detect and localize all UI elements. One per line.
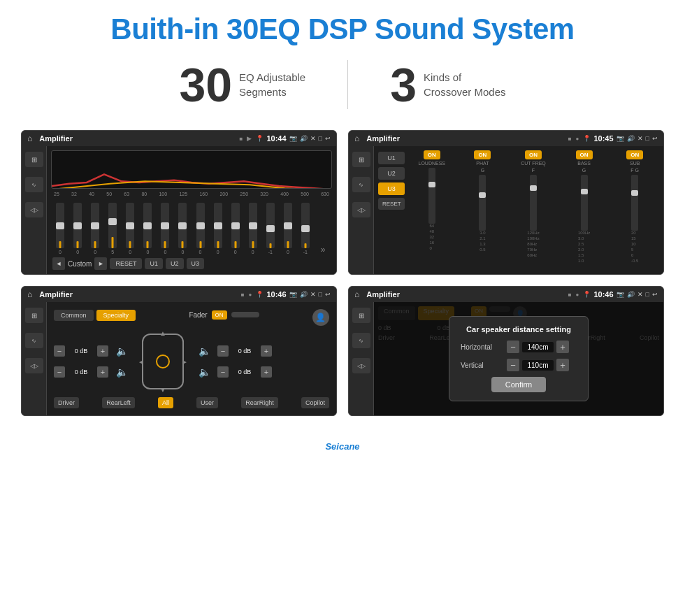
eq-u3-btn[interactable]: U3 — [187, 258, 205, 269]
rl-plus[interactable]: + — [97, 366, 108, 378]
rl-minus[interactable]: − — [54, 366, 65, 378]
phat-slider[interactable]: 3.02.11.30.5 — [459, 175, 507, 270]
cutfreq-toggle[interactable]: ON — [525, 150, 542, 159]
slider-100[interactable]: 0 — [157, 203, 173, 255]
stat-eq-desc: EQ AdjustableSegments — [239, 70, 305, 99]
tab-specialty[interactable]: Specialty — [96, 310, 136, 321]
eq-filter-btn[interactable]: ⊞ — [25, 152, 43, 167]
preset-u2[interactable]: U2 — [378, 167, 405, 180]
close-icon-3[interactable]: ✕ — [310, 291, 316, 298]
eq-next-btn[interactable]: ► — [94, 257, 107, 270]
spec-filter-btn[interactable]: ⊞ — [25, 308, 43, 323]
sub-toggle[interactable]: ON — [626, 150, 643, 159]
cross-filter-btn[interactable]: ⊞ — [352, 152, 370, 167]
slider-160[interactable]: 0 — [193, 203, 208, 255]
home-icon-3[interactable]: ⌂ — [27, 289, 32, 299]
slider-80[interactable]: 0 — [140, 203, 155, 255]
slider-63[interactable]: 0 — [122, 203, 138, 255]
home-icon-4[interactable]: ⌂ — [354, 289, 359, 299]
back-icon-3[interactable]: ↩ — [325, 291, 331, 298]
bass-slider[interactable]: 100Hz3.02.52.01.51.0 — [560, 175, 609, 270]
slider-200[interactable]: 0 — [210, 203, 226, 255]
fl-plus[interactable]: + — [97, 345, 108, 357]
rr-plus[interactable]: + — [261, 366, 272, 378]
dlg-vol-btn[interactable]: ◁▷ — [352, 358, 370, 373]
cross-vol-btn[interactable]: ◁▷ — [352, 202, 370, 217]
eq-reset-btn[interactable]: RESET — [110, 258, 142, 269]
bass-toggle[interactable]: ON — [576, 150, 593, 159]
back-icon-4[interactable]: ↩ — [652, 291, 658, 298]
slider-32[interactable]: 0 — [70, 203, 85, 255]
home-icon-2[interactable]: ⌂ — [354, 134, 359, 143]
pos-driver[interactable]: Driver — [54, 397, 79, 408]
spec-wave-btn[interactable]: ∿ — [25, 333, 43, 348]
car-center-ring — [156, 354, 170, 368]
close-icon[interactable]: ✕ — [310, 135, 316, 142]
slider-250[interactable]: 0 — [228, 203, 243, 255]
eq-sliders: 0 0 0 5 0 — [51, 199, 332, 255]
pos-copilot[interactable]: Copilot — [301, 397, 329, 408]
slider-630[interactable]: -1 — [298, 203, 313, 255]
loudness-toggle[interactable]: ON — [424, 150, 440, 159]
car-arrow-right: ► — [181, 358, 188, 366]
specialty-inner: Common Specialty Fader ON 👤 — [51, 306, 332, 411]
confirm-button[interactable]: Confirm — [491, 377, 547, 392]
slider-40[interactable]: 0 — [87, 203, 103, 255]
spec-vol-btn[interactable]: ◁▷ — [25, 358, 43, 373]
preset-u3[interactable]: U3 — [378, 182, 405, 195]
location-icon: 📍 — [256, 135, 264, 142]
horizontal-plus[interactable]: + — [556, 341, 569, 353]
loudness-slider[interactable]: 644832160 — [408, 168, 456, 270]
phat-toggle[interactable]: ON — [474, 150, 491, 159]
horizontal-stepper: − 140cm + — [507, 341, 569, 353]
slider-50[interactable]: 5 — [105, 203, 120, 255]
screen-dialog: ⌂ Amplifier ■ ● 📍 10:46 📷 🔊 ✕ □ ↩ ⊞ ∿ ◁▷ — [348, 286, 664, 416]
close-icon-2[interactable]: ✕ — [637, 135, 643, 142]
fader-toggle[interactable]: ON — [212, 310, 227, 320]
fader-track[interactable] — [231, 312, 259, 317]
dlg-filter-btn[interactable]: ⊞ — [352, 308, 370, 323]
eq-vol-btn[interactable]: ◁▷ — [25, 202, 43, 217]
back-icon-2[interactable]: ↩ — [652, 135, 658, 142]
rr-minus[interactable]: − — [217, 366, 229, 378]
crossover-status-icons: 📍 10:45 📷 🔊 ✕ □ ↩ — [583, 134, 658, 143]
fl-minus[interactable]: − — [54, 345, 65, 357]
fr-plus[interactable]: + — [261, 345, 272, 357]
horizontal-minus[interactable]: − — [507, 341, 519, 353]
pos-rearleft[interactable]: RearLeft — [102, 397, 135, 408]
screen-crossover: ⌂ Amplifier ■ ● 📍 10:45 📷 🔊 ✕ □ ↩ ⊞ ∿ ◁▷ — [348, 130, 664, 275]
slider-25[interactable]: 0 — [52, 203, 68, 255]
slider-125[interactable]: 0 — [175, 203, 190, 255]
eq-u2-btn[interactable]: U2 — [166, 258, 184, 269]
ch-bass: ON BASS G 100Hz3.02.52.01.51.0 — [560, 150, 609, 270]
back-icon[interactable]: ↩ — [325, 135, 331, 142]
cutfreq-slider[interactable]: 120Hz100Hz80Hz70Hz60Hz — [509, 175, 558, 270]
slider-320[interactable]: 0 — [245, 203, 261, 255]
slider-500[interactable]: 0 — [280, 203, 296, 255]
sub-slider[interactable]: 20151050-0.5 — [610, 175, 659, 270]
eq-u1-btn[interactable]: U1 — [145, 258, 163, 269]
slider-more[interactable]: » — [315, 245, 331, 255]
slider-400[interactable]: -1 — [263, 203, 278, 255]
home-icon[interactable]: ⌂ — [27, 134, 32, 143]
vertical-value: 110cm — [522, 360, 554, 371]
eq-wave-btn[interactable]: ∿ — [25, 177, 43, 192]
dialog-sidebar: ⊞ ∿ ◁▷ — [349, 302, 374, 415]
dlg-wave-btn[interactable]: ∿ — [352, 333, 370, 348]
vertical-plus[interactable]: + — [556, 359, 569, 371]
pos-all[interactable]: All — [158, 397, 173, 408]
eq-prev-btn[interactable]: ◄ — [52, 257, 65, 270]
pos-rearright[interactable]: RearRight — [241, 397, 278, 408]
fr-minus[interactable]: − — [217, 345, 229, 357]
camera-icon: 📷 — [289, 135, 297, 142]
rr-speaker-icon: 🔈 — [196, 364, 212, 380]
preset-u1[interactable]: U1 — [378, 152, 405, 164]
specialty-status-icons: 📍 10:46 📷 🔊 ✕ □ ↩ — [256, 290, 331, 299]
vertical-minus[interactable]: − — [507, 359, 519, 371]
close-icon-4[interactable]: ✕ — [637, 291, 643, 298]
tab-common[interactable]: Common — [54, 310, 94, 321]
crossover-reset-btn[interactable]: RESET — [378, 198, 405, 210]
pos-user[interactable]: User — [196, 397, 218, 408]
cross-wave-btn[interactable]: ∿ — [352, 177, 370, 192]
screen-eq: ⌂ Amplifier ■ ▶ 📍 10:44 📷 🔊 ✕ □ ↩ ⊞ ∿ ◁▷ — [21, 130, 337, 275]
